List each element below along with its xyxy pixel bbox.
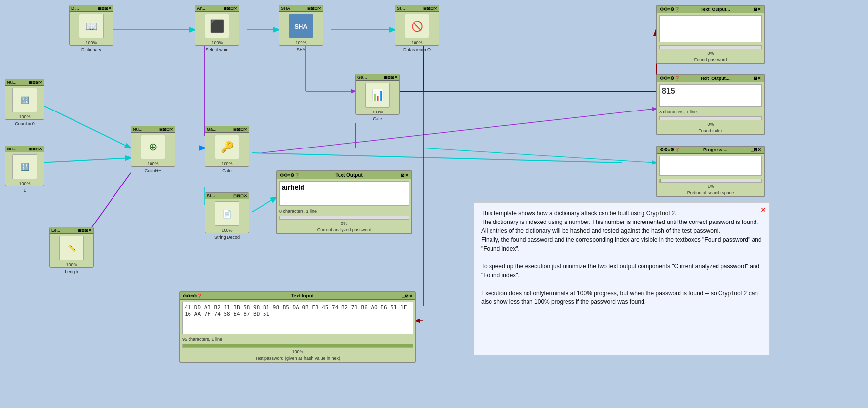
found-index-pct: 0% (657, 121, 764, 128)
select-word-icon: ⬛ (205, 14, 229, 38)
count-pp-label: Count++ (145, 168, 162, 173)
one-progress: 100% (7, 181, 42, 186)
count0-label: Count = 0 (15, 121, 34, 126)
svg-line-14 (39, 158, 131, 163)
test-password-panel: ⚙⚙≡⚙❓ Text Input _⊠✕ 41 DD A3 B2 11 3B 5… (179, 291, 416, 363)
dictionary-titlebar: Di... ⊞⊠⊡✕ (70, 5, 113, 12)
gate-top-label: Gate (373, 116, 382, 121)
length-progress: 100% (52, 262, 91, 267)
current-password-footer: Current analyzed password (277, 227, 411, 233)
portion-search-pct: 1% (657, 184, 764, 190)
sha-label: SHA (297, 47, 306, 52)
portion-search-title: Progress.... (679, 148, 751, 152)
found-password-content[interactable] (659, 15, 762, 42)
gate-mid-label: Gate (222, 168, 232, 173)
gate-top-icon: 📊 (365, 83, 390, 108)
count-pp-icon: ⊕ (141, 135, 165, 159)
current-password-pct: 0% (277, 221, 411, 227)
found-password-pct: 0% (657, 50, 764, 57)
one-titlebar: Nu... ⊞⊠⊡✕ (5, 146, 44, 152)
count-pp-titlebar: Nu... ⊞⊠⊡✕ (131, 126, 175, 133)
found-index-content[interactable]: 815 (659, 84, 762, 107)
portion-search-titlebar: ⚙⚙≡⚙❓ Progress.... _⊠✕ (657, 147, 764, 154)
found-password-footer: Found password (657, 57, 764, 63)
length-node[interactable]: Le... ⊞⊠⊡✕ 📏 100% Length (49, 227, 94, 268)
sha-titlebar: SHA ⊞⊠⊡✕ (279, 5, 323, 12)
svg-line-7 (39, 104, 131, 148)
string-decod-progress: 100% (207, 228, 246, 233)
gate-mid-progress: 100% (207, 161, 246, 166)
count-pp-progress: 100% (133, 161, 172, 166)
length-titlebar: Le... ⊞⊠⊡✕ (50, 227, 93, 234)
found-index-panel: ⚙⚙≡⚙❓ Text_Output.... _⊠✕ 815 3 characte… (656, 74, 765, 135)
svg-line-18 (422, 148, 656, 163)
found-index-titlebar: ⚙⚙≡⚙❓ Text_Output.... _⊠✕ (657, 75, 764, 82)
string-decod-icon: 📄 (215, 201, 239, 226)
gate-top-node[interactable]: Ga... ⊞⊠⊡✕ 📊 100% Gate (355, 74, 400, 115)
count0-icon: 🔢 (12, 88, 37, 112)
svg-line-13 (262, 109, 656, 153)
current-password-title: Text Output (300, 172, 398, 178)
sha-icon: SHA (289, 14, 313, 38)
test-password-status: 95 characters, 1 line (180, 336, 415, 343)
count-pp-node[interactable]: Nu... ⊞⊠⊡✕ ⊕ 100% Count++ (131, 126, 175, 167)
gate-mid-titlebar: Ga... ⊞⊠⊡✕ (205, 126, 249, 133)
gate-mid-node[interactable]: Ga... ⊞⊠⊡✕ 🔑 100% Gate (205, 126, 249, 167)
datastream-titlebar: St... ⊞⊠⊡✕ (395, 5, 439, 12)
count0-node[interactable]: Nu... ⊞⊠⊡✕ 🔢 100% Count = 0 (5, 79, 44, 120)
gate-top-titlebar: Ga... ⊞⊠⊡✕ (356, 74, 399, 81)
gate-top-progress: 100% (358, 110, 397, 114)
current-password-panel: ⚙⚙≡⚙❓ Text Output _⊠✕ airfield 8 charact… (276, 170, 412, 234)
portion-search-content[interactable] (659, 156, 762, 176)
found-password-title: Text_Output... (679, 7, 751, 12)
portion-search-panel: ⚙⚙≡⚙❓ Progress.... _⊠✕ 1% Portion of sea… (656, 146, 765, 197)
dictionary-node[interactable]: Di... ⊞⊠⊡✕ 📖 100% Dictionary (69, 5, 113, 46)
test-password-footer: Test password (given as hash value in he… (180, 355, 415, 362)
string-decod-titlebar: St... ⊞⊠⊡✕ (205, 193, 249, 199)
sha-node[interactable]: SHA ⊞⊠⊡✕ SHA 100% SHA (279, 5, 323, 46)
datastream-label: Datastream O (403, 47, 431, 52)
one-node[interactable]: Nu... ⊞⊠⊡✕ 🔢 100% 1 (5, 146, 44, 186)
found-index-footer: Found index (657, 128, 764, 134)
count0-titlebar: Nu... ⊞⊠⊡✕ (5, 79, 44, 86)
found-password-titlebar: ⚙⚙≡⚙❓ Text_Output... _⊠✕ (657, 6, 764, 13)
dictionary-progress: 100% (72, 40, 111, 45)
current-password-titlebar: ⚙⚙≡⚙❓ Text Output _⊠✕ (277, 171, 411, 179)
datastream-icon: 🚫 (405, 14, 429, 38)
datastream-progress: 100% (397, 40, 436, 45)
string-decod-node[interactable]: St... ⊞⊠⊡✕ 📄 100% String Decod (205, 192, 249, 233)
found-index-title: Text_Output.... (679, 76, 751, 81)
string-decod-label: String Decod (214, 235, 240, 240)
test-password-title: Text Input (202, 293, 402, 298)
one-label: 1 (23, 188, 26, 193)
length-icon: 📏 (59, 236, 84, 260)
count0-progress: 100% (7, 114, 42, 119)
test-password-titlebar: ⚙⚙≡⚙❓ Text Input _⊠✕ (180, 292, 415, 300)
svg-line-16 (252, 197, 276, 212)
datastream-node[interactable]: St... ⊞⊠⊡✕ 🚫 100% Datastream O (395, 5, 439, 46)
portion-search-footer: Portion of search space (657, 190, 764, 196)
dictionary-icon: 📖 (79, 14, 104, 38)
select-word-progress: 100% (197, 40, 236, 45)
current-password-status: 8 characters, 1 line (277, 208, 411, 215)
select-word-label: Select word (205, 47, 228, 52)
gate-mid-icon: 🔑 (215, 135, 239, 159)
length-label: Length (65, 269, 78, 274)
found-index-status: 3 characters, 1 line (657, 109, 764, 115)
current-password-content[interactable]: airfield (279, 181, 409, 206)
test-password-content[interactable]: 41 DD A3 B2 11 3B 58 98 B1 98 B5 DA 0B F… (182, 302, 413, 334)
info-panel: ✕ This template shows how a dictionary a… (474, 202, 770, 355)
select-word-node[interactable]: Ar... ⊞⊠⊡✕ ⬛ 100% Select word (195, 5, 239, 46)
svg-line-19 (252, 153, 622, 163)
dictionary-label: Dictionary (81, 47, 101, 52)
sha-progress: 100% (281, 40, 320, 45)
one-icon: 🔢 (12, 154, 37, 179)
info-close-button[interactable]: ✕ (760, 205, 766, 215)
test-password-pct: 100% (180, 349, 415, 355)
found-password-panel: ⚙⚙≡⚙❓ Text_Output... _⊠✕ 0% Found passwo… (656, 5, 765, 64)
select-word-titlebar: Ar... ⊞⊠⊡✕ (195, 5, 239, 12)
